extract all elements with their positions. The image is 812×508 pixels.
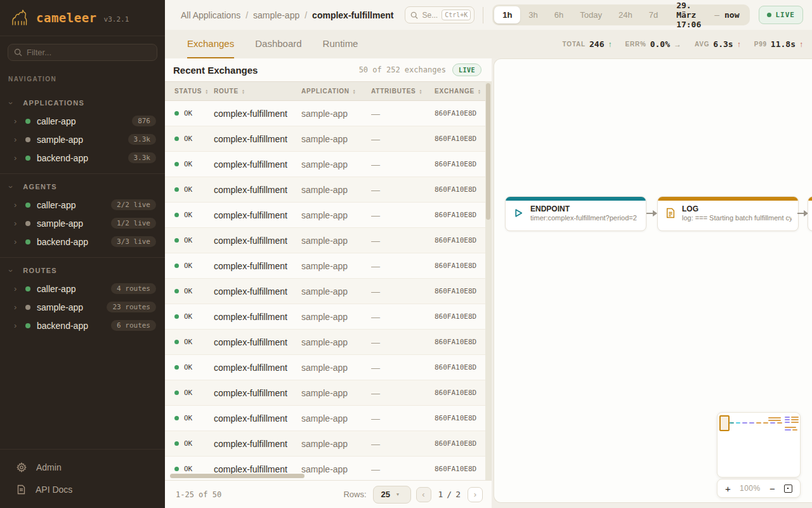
breadcrumb-item[interactable]: sample-app [253,10,299,20]
live-label: LIVE [776,11,796,19]
sidebar-footer-api-docs[interactable]: API Docs [0,478,165,500]
route-cell: complex-fulfillment [214,159,301,170]
tab-runtime[interactable]: Runtime [323,30,358,58]
table-row[interactable]: OKcomplex-fulfillmentsample-app—860FA10E… [165,380,485,406]
brand-version: v3.2.1 [104,15,129,23]
sidebar-item-label: caller-app [37,116,75,126]
application-cell: sample-app [301,109,371,119]
table-row[interactable]: OKcomplex-fulfillmentsample-app—860FA10E… [165,228,485,253]
time-range-today[interactable]: Today [572,6,610,23]
time-range-6h[interactable]: 6h [546,6,572,23]
nav-section-agents: ›AGENTS›caller-app2/2 live›sample-app1/2… [0,174,165,258]
status-text: OK [184,160,192,168]
column-header-exchange[interactable]: EXCHANGE▲▼ [435,88,485,95]
column-label: ATTRIBUTES [371,88,416,95]
attributes-cell: — [371,134,435,144]
sidebar-item-backend-app[interactable]: ›backend-app3/3 live [0,232,165,251]
time-range-3h[interactable]: 3h [520,6,546,23]
content-row: Recent Exchanges 50 of 252 exchanges LIV… [165,58,812,508]
section-header-routes[interactable]: ›ROUTES [0,262,165,279]
route-flow-canvas[interactable]: ENDPOINTtimer:complex-fulfillment?period… [494,58,812,503]
flow-node-endpoint[interactable]: ENDPOINTtimer:complex-fulfillment?period… [505,196,646,231]
column-header-status[interactable]: STATUS▲▼ [165,88,214,95]
table-row[interactable]: OKcomplex-fulfillmentsample-app—860FA10E… [165,406,485,431]
sidebar-item-label: backend-app [37,237,88,247]
document-icon [16,485,26,495]
section-header-agents[interactable]: ›AGENTS [0,178,165,196]
exchange-id-cell: 860FA10E8D [435,389,485,397]
status-ok-dot-icon [174,289,179,293]
sort-icon: ▲▼ [205,89,209,94]
exchange-id-cell: 860FA10E8D [435,465,485,473]
sidebar-filter-input[interactable]: Filter... [8,44,157,61]
time-range-24h[interactable]: 24h [610,6,641,23]
exchange-id-cell: 860FA10E8D [435,135,485,143]
table-row[interactable]: OKcomplex-fulfillmentsample-app—860FA10E… [165,101,485,126]
flow-node-log[interactable]: LOGlog: === Starting batch fulfillment c… [657,196,799,231]
time-range-display[interactable]: 29. März 17:06 — now [666,1,747,29]
chevron-right-icon: › [14,237,24,246]
column-header-route[interactable]: ROUTE▲▼ [214,88,301,95]
table-row[interactable]: OKcomplex-fulfillmentsample-app—860FA10E… [165,203,485,228]
sidebar-footer-admin[interactable]: Admin [0,456,165,478]
horizontal-scrollbar-thumb[interactable] [170,474,304,478]
time-range-7d[interactable]: 7d [641,6,666,23]
table-row[interactable]: OKcomplex-fulfillmentsample-app—860FA10E… [165,126,485,152]
navigation-label: NAVIGATION [8,76,165,83]
table-row[interactable]: OKcomplex-fulfillmentsample-app—860FA10E… [165,431,485,457]
table-row[interactable]: OKcomplex-fulfillmentsample-app—860FA10E… [165,177,485,203]
rows-per-page-select[interactable]: 25 ▾ [373,486,411,504]
vertical-scrollbar-thumb[interactable] [486,83,490,220]
minimap-viewport[interactable] [719,415,730,431]
sidebar-item-sample-app[interactable]: ›sample-app23 routes [0,298,165,316]
time-range-1h[interactable]: 1h [494,6,520,23]
table-row[interactable]: OKcomplex-fulfillmentsample-app—860FA10E… [165,355,485,380]
table-row[interactable]: OKcomplex-fulfillmentsample-app—860FA10E… [165,304,485,330]
zoom-out-button[interactable]: − [769,484,775,493]
column-header-application[interactable]: APPLICATION▲▼ [301,88,371,95]
sidebar-item-caller-app[interactable]: ›caller-app876 [0,112,165,130]
sidebar-item-sample-app[interactable]: ›sample-app3.3k [0,130,165,149]
table-row[interactable]: OKcomplex-fulfillmentsample-app—860FA10E… [165,279,485,304]
column-header-attributes[interactable]: ATTRIBUTES▲▼ [371,88,435,95]
tab-dashboard[interactable]: Dashboard [255,30,301,58]
camel-logo-icon [9,7,30,29]
sidebar-item-caller-app[interactable]: ›caller-app2/2 live [0,196,165,214]
application-cell: sample-app [301,388,371,398]
live-toggle-badge[interactable]: LIVE [759,6,804,24]
zoom-in-button[interactable]: + [725,484,731,493]
horizontal-scrollbar[interactable] [165,474,485,479]
section-label: AGENTS [23,183,57,190]
fit-view-icon[interactable] [784,485,792,493]
route-cell: complex-fulfillment [214,185,301,195]
status-text: OK [184,338,192,346]
sidebar-item-caller-app[interactable]: ›caller-app4 routes [0,279,165,298]
next-page-button[interactable]: › [468,487,483,502]
vertical-scrollbar[interactable] [485,81,492,480]
tab-exchanges[interactable]: Exchanges [187,30,234,58]
page-separator: / [447,490,452,499]
sidebar-item-sample-app[interactable]: ›sample-app1/2 live [0,214,165,232]
status-ok-dot-icon [174,441,179,446]
sidebar-item-backend-app[interactable]: ›backend-app6 routes [0,316,165,335]
section-header-applications[interactable]: ›APPLICATIONS [0,94,165,112]
page-indicator: 1 / 2 [436,490,462,499]
status-text: OK [184,465,192,473]
flow-minimap[interactable] [717,412,801,478]
flow-node-partial[interactable] [808,196,812,231]
stat-value: 0.0% [650,39,670,49]
exchange-id-cell: 860FA10E8D [435,338,485,346]
table-row[interactable]: OKcomplex-fulfillmentsample-app—860FA10E… [165,253,485,279]
breadcrumb-item[interactable]: All Applications [181,10,240,20]
global-search-input[interactable]: Se... Ctrl+K [405,6,475,23]
sidebar-item-label: caller-app [37,284,75,294]
exchange-id-cell: 860FA10E8D [435,287,485,295]
search-icon [14,48,22,57]
status-text: OK [184,439,192,448]
table-header: STATUS▲▼ROUTE▲▼APPLICATION▲▼ATTRIBUTES▲▼… [165,81,492,101]
table-row[interactable]: OKcomplex-fulfillmentsample-app—860FA10E… [165,330,485,355]
prev-page-button[interactable]: ‹ [416,487,431,502]
sidebar-item-backend-app[interactable]: ›backend-app3.3k [0,149,165,167]
table-row[interactable]: OKcomplex-fulfillmentsample-app—860FA10E… [165,152,485,177]
minimap-node-mark [770,422,775,424]
